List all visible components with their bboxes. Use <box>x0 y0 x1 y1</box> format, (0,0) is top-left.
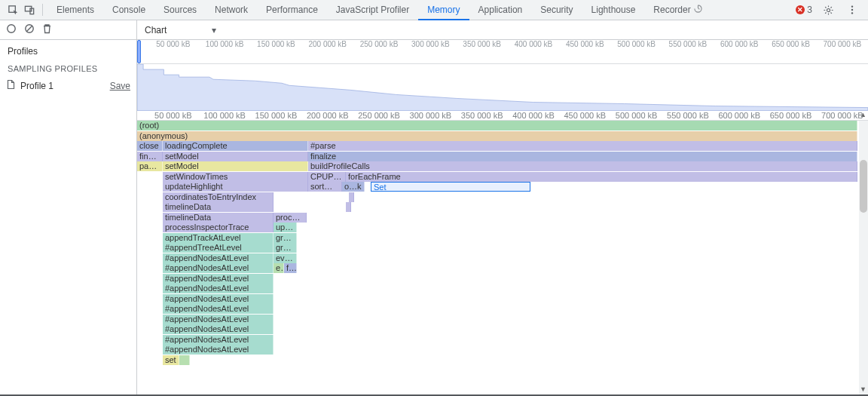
flame-bar[interactable]: #appendNodesAtLevel <box>163 274 274 284</box>
flame-bar[interactable]: updateHighlight <box>163 182 308 192</box>
flame-bar[interactable]: #appendNodesAtLevel <box>163 263 274 273</box>
flame-bar[interactable]: coordinatesToEntryIndex <box>163 192 274 202</box>
flame-bar[interactable]: close <box>137 141 163 151</box>
flame-bar[interactable]: pa…at <box>137 161 163 171</box>
flame-chart[interactable]: ▼ (root)(anonymous)closeloadingComplete#… <box>137 121 868 394</box>
flame-bar[interactable]: setModel <box>163 152 308 161</box>
flame-bar[interactable]: timelineData <box>163 202 274 212</box>
flame-bar[interactable]: #appendNodesAtLevel <box>163 284 274 293</box>
delete-icon[interactable] <box>42 23 52 36</box>
ruler-tick: 50 000 kB <box>156 40 190 48</box>
flame-bar[interactable]: #appendTreeAtLevel <box>163 243 274 253</box>
more-icon[interactable] <box>844 2 860 18</box>
flame-bar[interactable] <box>349 192 354 202</box>
flame-chart-panel: 50 000 kB100 000 kB150 000 kB200 000 kB2… <box>137 40 868 394</box>
ruler-tick: 250 000 kB <box>358 111 400 120</box>
svg-point-4 <box>851 5 853 7</box>
ruler-tick: 400 000 kB <box>512 111 555 120</box>
tab-sources[interactable]: Sources <box>154 0 206 20</box>
svg-point-5 <box>851 9 853 11</box>
flame-bar[interactable]: fin…ce <box>137 152 163 161</box>
inspect-icon[interactable] <box>5 2 21 18</box>
save-link[interactable]: Save <box>110 81 130 91</box>
tab-application[interactable]: Application <box>469 0 532 20</box>
scroll-down-icon[interactable]: ▼ <box>860 385 866 393</box>
flame-ruler: ▲ 50 000 kB100 000 kB150 000 kB200 000 k… <box>137 110 868 121</box>
tab-recorder[interactable]: Recorder <box>644 0 711 20</box>
sidebar: Profiles SAMPLING PROFILES Profile 1 Sav… <box>0 40 137 394</box>
clear-icon[interactable] <box>24 23 35 36</box>
flame-bar[interactable] <box>346 202 351 212</box>
flame-bar[interactable]: #appendNodesAtLevel <box>163 324 274 334</box>
device-toggle-icon[interactable] <box>21 2 38 18</box>
flame-bar[interactable]: #parse <box>308 141 857 151</box>
ruler-tick: 600 000 kB <box>718 111 760 120</box>
tab-memory[interactable]: Memory <box>418 0 469 20</box>
ruler-tick: 150 000 kB <box>255 111 298 120</box>
flame-bar[interactable]: buildProfileCalls <box>308 161 857 171</box>
flame-bar[interactable]: #appendNodesAtLevel <box>163 335 274 345</box>
flame-bar[interactable]: setWindowTimes <box>163 172 308 182</box>
tab-security[interactable]: Security <box>531 0 582 20</box>
record-icon[interactable] <box>6 23 17 36</box>
divider <box>42 4 43 16</box>
flame-bar[interactable]: processInspectorTrace <box>163 223 274 232</box>
flame-bar[interactable]: timelineData <box>163 213 274 223</box>
overview-chart[interactable]: 50 000 kB100 000 kB150 000 kB200 000 kB2… <box>137 40 868 64</box>
settings-icon[interactable] <box>820 2 836 18</box>
ruler-tick: 300 000 kB <box>411 40 450 48</box>
flame-bar[interactable]: #appendNodesAtLevel <box>163 315 274 324</box>
devtools-tab-strip: ElementsConsoleSourcesNetworkPerformance… <box>0 0 868 20</box>
error-icon: ✕ <box>796 5 805 14</box>
flame-bar[interactable]: CPUP…del <box>308 172 346 182</box>
ruler-tick: 450 000 kB <box>566 40 604 48</box>
tab-console[interactable]: Console <box>103 0 154 20</box>
flame-bar[interactable]: set <box>163 355 179 365</box>
flame-bar[interactable]: #appendNodesAtLevel <box>163 253 274 263</box>
view-select[interactable]: Chart ▾ <box>137 20 224 39</box>
flame-bar[interactable]: finalize <box>308 152 857 161</box>
flame-bar[interactable]: loadingComplete <box>163 141 308 151</box>
flame-bar[interactable]: e… <box>274 263 284 273</box>
ruler-tick: 450 000 kB <box>564 111 606 120</box>
flame-bar[interactable]: o…k <box>342 182 365 192</box>
ruler-tick: 350 000 kB <box>463 40 501 48</box>
error-counter[interactable]: ✕ 3 <box>796 5 812 15</box>
flame-bar[interactable]: appendTrackAtLevel <box>163 233 274 243</box>
flame-bar[interactable]: f…r <box>284 263 297 273</box>
flame-bar[interactable]: #appendNodesAtLevel <box>163 304 274 314</box>
flame-bar[interactable]: (anonymous) <box>137 131 857 141</box>
flame-bar[interactable]: ev…ew <box>274 253 297 263</box>
profile-row[interactable]: Profile 1 Save <box>0 76 136 95</box>
ruler-tick: 200 000 kB <box>308 40 347 48</box>
flame-bar[interactable]: #appendNodesAtLevel <box>163 294 274 304</box>
tab-elements[interactable]: Elements <box>47 0 103 20</box>
flame-bar[interactable] <box>179 355 190 365</box>
vertical-scrollbar[interactable]: ▼ <box>859 121 868 394</box>
flame-bar[interactable]: gr…ew <box>274 243 297 253</box>
tab-javascript-profiler[interactable]: JavaScript Profiler <box>327 0 418 20</box>
flame-bar[interactable]: proc…ata <box>274 213 307 223</box>
ruler-tick: 200 000 kB <box>307 111 349 120</box>
ruler-tick: 100 000 kB <box>203 111 246 120</box>
flame-bar[interactable]: #appendNodesAtLevel <box>163 345 274 355</box>
scrollbar-thumb[interactable] <box>860 160 867 213</box>
overview-area[interactable] <box>137 64 868 110</box>
ruler-tick: 700 000 kB <box>824 40 862 48</box>
svg-point-6 <box>851 12 853 14</box>
flame-bar[interactable]: (root) <box>137 121 857 130</box>
ruler-tick: 650 000 kB <box>772 40 810 48</box>
flame-bar[interactable]: setModel <box>163 161 308 171</box>
flame-bar[interactable]: forEachFrame <box>346 172 857 182</box>
flame-bar[interactable]: up…up <box>274 223 297 232</box>
svg-point-7 <box>8 25 15 32</box>
flame-bar[interactable]: Set <box>371 182 530 192</box>
flame-bar[interactable]: sort…ples <box>308 182 342 192</box>
tab-lighthouse[interactable]: Lighthouse <box>582 0 645 20</box>
flame-bar[interactable]: gro…ts <box>274 233 297 243</box>
tab-performance[interactable]: Performance <box>257 0 327 20</box>
tab-network[interactable]: Network <box>206 0 257 20</box>
view-select-label: Chart <box>145 25 167 35</box>
ruler-tick: 100 000 kB <box>206 40 244 48</box>
ruler-tick: 550 000 kB <box>669 40 708 48</box>
